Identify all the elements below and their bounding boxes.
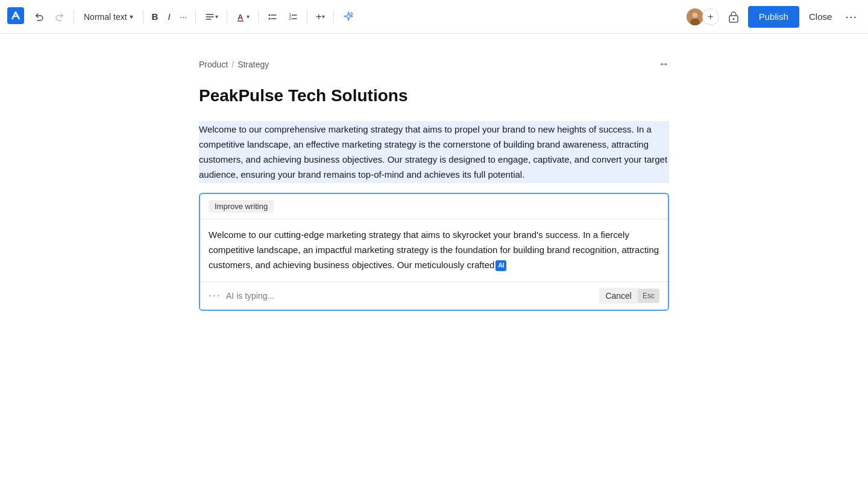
svg-point-6 [269,14,271,16]
ai-footer: ··· AI is typing... Cancel Esc [200,281,668,310]
breadcrumb-expand-button[interactable]: ↔ [658,58,669,70]
publish-button[interactable]: Publish [748,6,799,28]
selected-paragraph: Welcome to our comprehensive marketing s… [199,121,669,183]
redo-button[interactable] [51,7,69,27]
content-area: Product / Strategy ↔ PeakPulse Tech Solu… [199,34,669,335]
ai-action-tag: Improve writing [209,200,274,213]
ai-suggestion-box: Improve writing Welcome to our cutting-e… [199,193,669,310]
font-color-button[interactable]: A ▾ [232,7,253,27]
svg-text:A: A [237,13,244,22]
chevron-down-icon: ▾ [247,13,250,20]
undo-button[interactable] [30,7,48,27]
typing-label: AI is typing... [226,291,599,301]
bold-button[interactable]: B [148,7,162,27]
svg-point-15 [692,13,697,18]
esc-label: Esc [638,289,659,303]
chevron-down-icon: ▾ [130,13,133,21]
more-format-button[interactable]: ··· [177,7,191,27]
svg-rect-5 [237,20,244,22]
divider-2 [143,10,143,24]
divider-3 [195,10,196,24]
bullet-list-button[interactable] [263,7,281,27]
cancel-button[interactable]: Cancel [599,288,638,304]
italic-button[interactable]: I [164,7,174,27]
ai-sparkle-button[interactable] [339,7,358,27]
ai-content: Welcome to our cutting-edge marketing st… [200,219,668,281]
chevron-down-icon: ▾ [322,13,325,20]
breadcrumb-product[interactable]: Product [199,60,228,69]
add-collaborator-button[interactable]: + [702,8,719,25]
lock-button[interactable] [724,7,743,27]
svg-point-16 [690,18,700,25]
close-button[interactable]: Close [804,9,837,24]
breadcrumb-separator: / [231,60,234,69]
text-style-label: Normal text [84,12,127,22]
more-options-button[interactable]: ··· [841,7,861,26]
avatar[interactable] [685,7,705,27]
divider-1 [74,10,74,24]
svg-point-8 [269,17,271,19]
app-logo[interactable] [7,7,24,27]
page-title: PeakPulse Tech Solutions [199,85,669,107]
align-button[interactable]: ▾ [201,7,222,27]
toolbar-right: + Publish Close ··· [685,6,861,28]
ai-box-header: Improve writing [200,194,668,219]
divider-6 [307,10,307,24]
insert-button[interactable]: + ▾ [312,7,328,27]
chevron-down-icon: ▾ [215,13,218,20]
breadcrumb-strategy[interactable]: Strategy [237,60,269,69]
typing-dots: ··· [209,289,221,302]
divider-7 [333,10,334,24]
text-style-button[interactable]: Normal text ▾ [79,7,138,27]
numbered-list-button[interactable]: 1. 2. [284,7,302,27]
divider-5 [258,10,259,24]
ai-badge: AI [495,260,506,272]
toolbar: Normal text ▾ B I ··· ▾ A ▾ [0,0,868,34]
svg-point-18 [732,18,734,20]
breadcrumb: Product / Strategy ↔ [199,58,669,70]
cancel-area: Cancel Esc [599,288,659,304]
divider-4 [227,10,227,24]
avatar-group: + [685,7,719,27]
